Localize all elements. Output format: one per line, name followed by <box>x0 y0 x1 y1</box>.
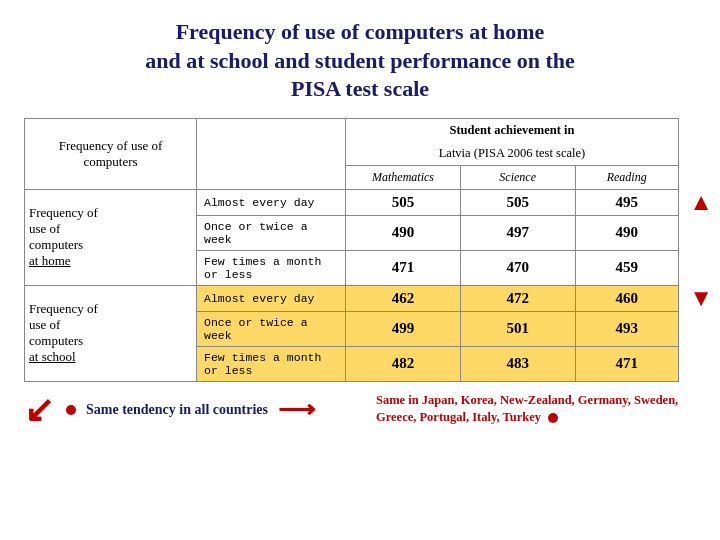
col-header-reading: Reading <box>575 165 678 189</box>
home-row-1: Frequency of use of computers at home Al… <box>25 189 696 215</box>
bullet-left <box>66 405 76 415</box>
main-table: Frequency of use of computers Student ac… <box>24 118 696 382</box>
bullet-right <box>548 413 558 423</box>
tendency-left: ↙ Same tendency in all countries ⟶ <box>24 392 315 428</box>
tendency-right: Same in Japan, Korea, New-Zealand, Germa… <box>376 392 696 427</box>
curved-arrow-icon: ↙ <box>24 392 54 428</box>
bottom-row: ↙ Same tendency in all countries ⟶ Same … <box>24 392 696 428</box>
col-header-science: Science <box>460 165 575 189</box>
header-row-1: Frequency of use of computers Student ac… <box>25 118 696 142</box>
arrow-right-icon: ⟶ <box>278 394 315 425</box>
school-row-1: Frequency of use of computers at school … <box>25 285 696 311</box>
slide-title: Frequency of use of computers at home an… <box>145 18 575 104</box>
col-header-math: Mathematics <box>346 165 461 189</box>
